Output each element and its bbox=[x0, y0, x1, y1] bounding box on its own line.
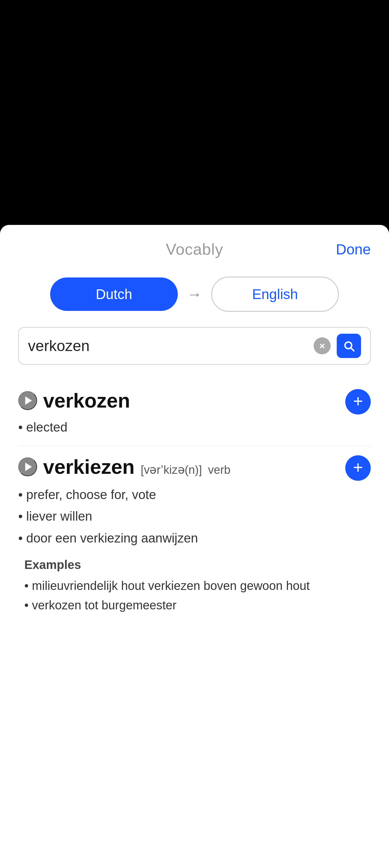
result-phonetic: [vərˈkizə(n)] bbox=[141, 463, 202, 476]
clear-icon: × bbox=[314, 337, 331, 354]
dutch-language-button[interactable]: Dutch bbox=[50, 277, 178, 311]
clear-button[interactable]: × bbox=[314, 337, 331, 354]
english-language-button[interactable]: English bbox=[211, 277, 339, 312]
result-word-detail: verkiezen [vərˈkizə(n)] verb bbox=[43, 455, 230, 478]
result-word: verkozen bbox=[43, 389, 130, 412]
search-container: × bbox=[18, 327, 371, 365]
result-item: verkozen + • elected bbox=[18, 380, 371, 446]
play-triangle-icon bbox=[25, 396, 32, 405]
result-item: verkiezen [vərˈkizə(n)] verb + • prefer,… bbox=[18, 446, 371, 624]
result-left: verkiezen [vərˈkizə(n)] verb bbox=[18, 455, 345, 478]
search-button[interactable] bbox=[337, 334, 361, 358]
result-header: verkozen + bbox=[18, 389, 371, 414]
search-icon bbox=[342, 339, 356, 352]
result-meanings: • elected bbox=[18, 417, 371, 437]
app-header: Vocably Done bbox=[0, 225, 389, 268]
result-left: verkozen bbox=[18, 389, 345, 412]
language-selector: Dutch → English bbox=[0, 268, 389, 327]
plus-icon: + bbox=[353, 459, 363, 476]
app-title: Vocably bbox=[166, 240, 223, 258]
example-text: • milieuvriendelijk hout verkiezen boven… bbox=[24, 576, 371, 615]
examples-section: Examples • milieuvriendelijk hout verkie… bbox=[18, 558, 371, 615]
black-top-area bbox=[0, 0, 389, 225]
plus-icon: + bbox=[353, 393, 363, 410]
result-header: verkiezen [vərˈkizə(n)] verb + bbox=[18, 455, 371, 481]
result-pos: verb bbox=[208, 463, 231, 476]
result-meanings: • prefer, choose for, vote • liever will… bbox=[18, 484, 371, 549]
play-button[interactable] bbox=[18, 457, 37, 476]
add-word-button[interactable]: + bbox=[345, 455, 371, 481]
play-triangle-icon bbox=[25, 463, 32, 471]
arrow-icon: → bbox=[187, 285, 202, 303]
add-word-button[interactable]: + bbox=[345, 389, 371, 414]
result-word-large: verkiezen bbox=[43, 455, 135, 478]
examples-label: Examples bbox=[24, 558, 371, 572]
search-input[interactable] bbox=[28, 337, 307, 355]
main-content: Vocably Done Dutch → English × bbox=[0, 225, 389, 868]
done-button[interactable]: Done bbox=[336, 241, 371, 258]
play-button[interactable] bbox=[18, 391, 37, 410]
results-section: verkozen + • elected verkiezen [ bbox=[0, 380, 389, 624]
